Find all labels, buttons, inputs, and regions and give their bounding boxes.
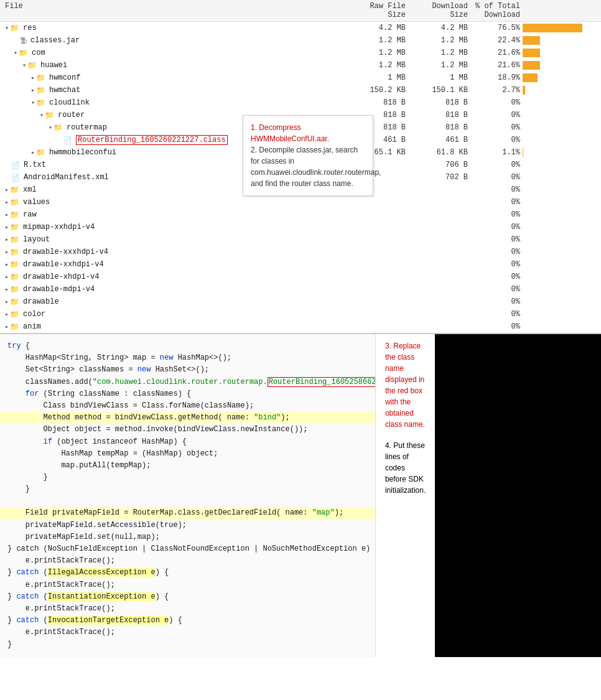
folder-icon: 📁 (54, 123, 63, 133)
tree-pct: 0% (473, 111, 523, 119)
tree-row[interactable]: ▸📁raw0% (0, 208, 601, 221)
tree-row[interactable]: ▸📁anim0% (0, 320, 601, 333)
tree-row[interactable]: ▾📁res4.2 MB4.2 MB76.5% (0, 22, 601, 34)
class-file-icon: 📄 (63, 136, 72, 144)
tree-row[interactable]: ▸📁drawable-xxhdpi-v40% (0, 258, 601, 271)
code-line: HashMap tempMap = (HashMap) object; (0, 448, 375, 460)
expand-arrow-icon[interactable]: ▸ (5, 261, 9, 268)
folder-icon: 📁 (10, 223, 19, 232)
tree-dl-size: 1.2 MB (411, 36, 473, 45)
folder-icon: 📁 (10, 322, 19, 332)
folder-icon: 📁 (36, 86, 45, 95)
tree-row[interactable]: ▸📁layout0% (0, 233, 601, 246)
expand-arrow-icon[interactable]: ▸ (5, 186, 9, 194)
header-pct: % of Total Download (473, 2, 523, 19)
tree-pct: 0% (473, 310, 523, 319)
tree-dl-size: 702 B (411, 173, 473, 182)
tree-pct: 0% (473, 297, 523, 306)
tree-dl-size: 4.2 MB (411, 24, 473, 32)
expand-arrow-icon[interactable]: ▸ (5, 298, 9, 306)
tree-pct: 0% (473, 123, 523, 132)
expand-arrow-icon[interactable]: ▸ (5, 236, 9, 243)
size-bar (523, 49, 540, 57)
code-line: privateMapField.set(null,map); (0, 531, 375, 543)
tree-item-name: RouterBinding_1605260221227.class (76, 135, 228, 145)
tree-row[interactable]: ▸📁drawable-xhdpi-v40% (0, 271, 601, 283)
tree-item-name: drawable-xxxhdpi-v4 (23, 248, 108, 256)
tree-pct: 0% (473, 322, 523, 331)
tree-row[interactable]: ▸📁hwmchat150.2 KB150.1 KB2.7% (0, 84, 601, 96)
folder-icon: 📁 (45, 111, 54, 120)
tree-pct: 0% (473, 210, 523, 219)
expand-arrow-icon[interactable]: ▾ (40, 111, 44, 119)
tree-pct: 0% (473, 198, 523, 207)
code-line: for (String className : classNames) { (0, 388, 375, 400)
expand-arrow-icon[interactable]: ▸ (31, 74, 35, 82)
file-tree-panel: File Raw File Size Download Size % of To… (0, 0, 601, 334)
tree-pct: 0% (473, 161, 523, 169)
size-bar (523, 148, 523, 157)
tree-row[interactable]: ▸📁drawable-mdpi-v40% (0, 283, 601, 296)
tree-row[interactable]: ▸📁drawable0% (0, 296, 601, 308)
annotation-step4: 4. Put these lines of codes before SDK i… (385, 440, 426, 496)
code-line: } catch (InvocationTargetException e) { (0, 615, 375, 627)
folder-icon: 📁 (10, 248, 19, 257)
tree-item-name: AndroidManifest.xml (24, 173, 109, 182)
expand-arrow-icon[interactable]: ▸ (31, 149, 35, 156)
expand-arrow-icon[interactable]: ▸ (31, 86, 35, 94)
tree-row[interactable]: ▸📁drawable-xxxhdpi-v40% (0, 246, 601, 258)
tree-item-name: color (23, 310, 45, 319)
tree-row[interactable]: ▸📁color0% (0, 308, 601, 320)
tree-row[interactable]: ▾📁com1.2 MB1.2 MB21.6% (0, 47, 601, 59)
expand-arrow-icon[interactable]: ▾ (31, 99, 35, 106)
tree-row[interactable]: ▸📁values0% (0, 196, 601, 208)
file-icon: 📄 (11, 174, 20, 182)
code-line: } (0, 639, 375, 651)
tree-raw-size: 1.2 MB (348, 36, 411, 45)
expand-arrow-icon[interactable]: ▾ (14, 49, 17, 57)
tree-pct: 2.7% (473, 86, 523, 95)
expand-arrow-icon[interactable]: ▾ (22, 62, 26, 69)
tree-dl-size: 818 B (411, 111, 473, 119)
size-bar (523, 73, 538, 82)
folder-icon: 📁 (10, 198, 19, 207)
tree-row[interactable]: ▸📁mipmap-xxhdpi-v40% (0, 221, 601, 233)
code-line (0, 495, 375, 507)
jar-file-icon: 🗜 (20, 37, 27, 45)
tree-pct: 21.6% (473, 49, 523, 57)
tree-row[interactable]: 🗜classes.jar1.2 MB1.2 MB22.4% (0, 34, 601, 47)
code-line: e.printStackTrace(); (0, 627, 375, 638)
tree-item-name: anim (23, 322, 41, 331)
tree-row[interactable]: ▾📁cloudlink818 B818 B0% (0, 96, 601, 109)
code-line: map.putAll(tempMap); (0, 460, 375, 472)
expand-arrow-icon[interactable]: ▾ (49, 124, 52, 131)
code-line: if (object instanceof HashMap) { (0, 436, 375, 448)
code-line: classNames.add("com.huawei.cloudlink.rou… (0, 376, 375, 388)
tree-dl-size: 61.8 KB (411, 148, 473, 157)
expand-arrow-icon[interactable]: ▸ (5, 273, 9, 281)
code-line: } catch (IllegalAccessException e) { (0, 567, 375, 579)
expand-arrow-icon[interactable]: ▸ (5, 198, 9, 206)
expand-arrow-icon[interactable]: ▾ (5, 24, 9, 32)
expand-arrow-icon[interactable]: ▸ (5, 310, 9, 318)
expand-arrow-icon[interactable]: ▸ (5, 323, 9, 330)
expand-arrow-icon[interactable]: ▸ (5, 211, 9, 218)
tree-item-name: drawable-xhdpi-v4 (23, 273, 99, 281)
tree-item-name: huawei (40, 61, 67, 70)
tree-pct: 21.6% (473, 61, 523, 70)
expand-arrow-icon[interactable]: ▸ (5, 286, 9, 293)
code-line: HashMap<String, String> map = new HashMa… (0, 352, 375, 364)
expand-arrow-icon[interactable]: ▸ (5, 223, 9, 231)
code-panel: try { HashMap<String, String> map = new … (0, 334, 376, 657)
tree-row[interactable]: ▾📁huawei1.2 MB1.2 MB21.6% (0, 59, 601, 72)
annotation-box-1: 1. Decompress HWMMobileConfUI.aar. 2. De… (243, 115, 373, 196)
tree-row[interactable]: ▸📁hwmconf1 MB1 MB18.9% (0, 72, 601, 84)
size-bar (523, 86, 525, 95)
expand-arrow-icon[interactable]: ▸ (5, 248, 9, 256)
tree-item-name: values (23, 198, 50, 207)
tree-item-name: routermap (67, 123, 107, 132)
header-bar (523, 2, 601, 19)
folder-icon: 📁 (36, 148, 45, 157)
tree-raw-size: 1.2 MB (348, 49, 411, 57)
header-file: File (0, 2, 348, 19)
